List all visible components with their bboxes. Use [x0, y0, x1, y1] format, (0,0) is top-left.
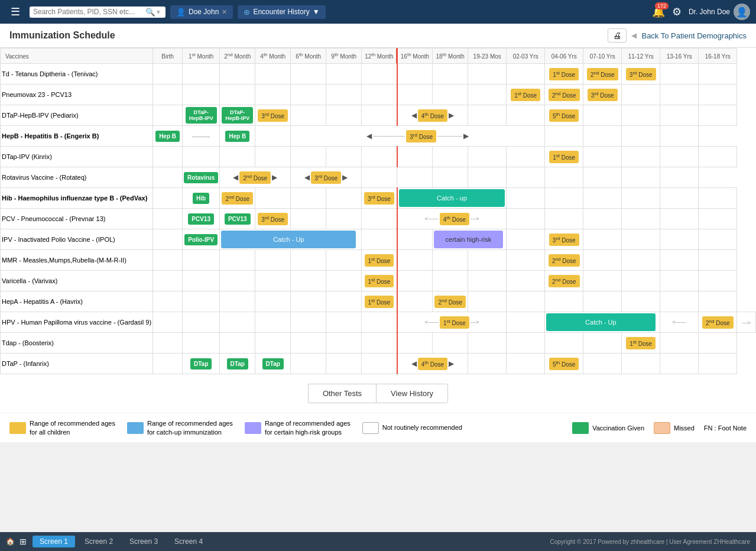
dose-button[interactable]: 5th Dose: [549, 109, 579, 122]
encounter-tab[interactable]: ⊕ Encounter History ▼: [238, 5, 325, 19]
dose-button[interactable]: 2nd Dose: [239, 171, 271, 184]
dose-cell[interactable]: 3rd Dose: [255, 209, 291, 229]
view-history-button[interactable]: View History: [376, 384, 448, 403]
notification-button[interactable]: 🔔 172: [652, 5, 665, 18]
dose-cell[interactable]: 1st Dose: [545, 64, 583, 85]
dose-cell[interactable]: 5th Dose: [545, 354, 583, 374]
dose-button[interactable]: 1st Dose: [440, 316, 469, 329]
right-arrow-icon[interactable]: ▶: [463, 132, 469, 140]
dose-cell-span[interactable]: <------ 1st Dose --->: [397, 312, 507, 333]
dose-cell[interactable]: Rotavirus: [183, 167, 220, 188]
dose-cell[interactable]: 1st Dose: [545, 147, 583, 167]
back-to-demographics-button[interactable]: Back To Patient Demographics: [641, 31, 747, 40]
dose-cell-span[interactable]: ◀ ------------------ 3rd Dose ----------…: [291, 126, 545, 147]
dose-button[interactable]: DTaP-HepB-IPV: [222, 107, 253, 124]
dose-cell[interactable]: DTaP-HepB-IPV: [183, 105, 220, 126]
dose-button[interactable]: 4th Dose: [418, 109, 447, 122]
left-arrow-icon[interactable]: ◀: [366, 132, 372, 140]
dose-cell[interactable]: 1st Dose: [362, 250, 397, 271]
dose-button[interactable]: Hep B: [225, 131, 249, 142]
user-info[interactable]: Dr. John Doe 👤: [689, 4, 750, 20]
dose-button[interactable]: 2nd Dose: [549, 254, 580, 267]
dose-cell[interactable]: 2nd Dose: [433, 291, 468, 312]
dose-cell[interactable]: 1st Dose: [622, 333, 660, 354]
dose-button[interactable]: DTaP-HepB-IPV: [186, 107, 217, 124]
search-input[interactable]: [33, 8, 145, 16]
dose-button[interactable]: 2nd Dose: [549, 275, 580, 287]
dose-button[interactable]: 4th Dose: [418, 358, 447, 370]
dose-button[interactable]: 3rd Dose: [626, 68, 656, 80]
dose-cell[interactable]: Hep B: [153, 126, 183, 147]
dose-button[interactable]: PCV13: [225, 213, 251, 225]
dose-button[interactable]: 5th Dose: [549, 358, 579, 370]
dose-button[interactable]: 1st Dose: [549, 151, 579, 163]
dose-cell[interactable]: 1st Dose: [362, 271, 397, 291]
dose-cell-span[interactable]: certain high-risk: [433, 229, 507, 250]
other-tests-button[interactable]: Other Tests: [308, 384, 376, 403]
dose-button[interactable]: Rotavirus: [184, 172, 218, 183]
dose-cell[interactable]: Hib: [183, 188, 220, 209]
dose-button[interactable]: 3rd Dose: [311, 171, 341, 184]
dose-button[interactable]: 1st Dose: [626, 337, 656, 349]
dose-cell[interactable]: 1st Dose: [507, 85, 545, 105]
dose-cell[interactable]: Polio-IPV: [183, 229, 220, 250]
dose-button[interactable]: DTap: [227, 358, 248, 370]
dose-cell[interactable]: 2nd Dose: [699, 312, 737, 333]
dose-cell[interactable]: 5th Dose: [545, 105, 583, 126]
dose-button[interactable]: Polio-IPV: [184, 234, 218, 245]
dose-button[interactable]: DTap: [190, 358, 212, 370]
dose-cell-span[interactable]: ◀ 3rd Dose ▶: [291, 167, 362, 188]
dose-cell-span[interactable]: Catch - up: [397, 188, 507, 209]
search-button[interactable]: 🔍: [145, 8, 155, 17]
dose-button[interactable]: 2nd Dose: [222, 192, 253, 205]
dose-cell[interactable]: DTap: [220, 354, 255, 374]
dose-cell[interactable]: 3rd Dose: [255, 105, 291, 126]
right-arrow-icon[interactable]: ▶: [342, 173, 348, 181]
dose-button[interactable]: 3rd Dose: [406, 130, 436, 142]
dose-button[interactable]: 3rd Dose: [588, 89, 618, 101]
dose-cell[interactable]: 3rd Dose: [545, 229, 583, 250]
dose-cell[interactable]: 1st Dose: [362, 291, 397, 312]
dose-button[interactable]: 2nd Dose: [702, 316, 734, 329]
dose-cell[interactable]: DTap: [183, 354, 220, 374]
left-arrow-icon[interactable]: ◀: [411, 359, 417, 368]
hamburger-menu-button[interactable]: ☰: [6, 3, 25, 21]
dose-button[interactable]: 3rd Dose: [549, 234, 579, 246]
dose-button[interactable]: 1st Dose: [365, 275, 394, 287]
dose-cell-span[interactable]: <------ 4th Dose --->: [397, 209, 507, 229]
dose-cell[interactable]: DTap: [255, 354, 291, 374]
patient-tab[interactable]: 👤 Doe John ✕: [170, 5, 233, 19]
dose-cell[interactable]: 3rd Dose: [583, 85, 622, 105]
dose-cell[interactable]: 2nd Dose: [545, 250, 583, 271]
dose-button[interactable]: 1st Dose: [549, 68, 579, 80]
left-arrow-icon[interactable]: ◀: [233, 173, 238, 181]
dose-cell[interactable]: 2nd Dose: [545, 85, 583, 105]
dose-button[interactable]: 2nd Dose: [549, 89, 580, 101]
left-arrow-icon[interactable]: ◀: [304, 173, 310, 181]
dose-button[interactable]: DTap: [262, 358, 284, 370]
close-tab-icon[interactable]: ✕: [222, 8, 227, 16]
dose-button[interactable]: 1st Dose: [365, 296, 394, 308]
dose-cell-span[interactable]: Catch - Up: [545, 312, 660, 333]
dose-button[interactable]: 2nd Dose: [434, 296, 466, 308]
dose-cell-span[interactable]: Catch - Up: [220, 229, 362, 250]
dose-cell[interactable]: PCV13: [220, 209, 255, 229]
right-arrow-icon[interactable]: ▶: [272, 173, 277, 181]
dose-button[interactable]: Hep B: [155, 131, 180, 142]
dose-cell[interactable]: Hep B: [220, 126, 255, 147]
dose-button[interactable]: 3rd Dose: [258, 109, 288, 122]
dose-cell[interactable]: 2nd Dose: [220, 188, 255, 209]
dose-cell[interactable]: 2nd Dose: [583, 64, 622, 85]
print-button[interactable]: 🖨: [608, 28, 627, 43]
dose-cell-span[interactable]: ◀ 2nd Dose ▶: [220, 167, 291, 188]
dose-button[interactable]: 4th Dose: [440, 213, 469, 225]
dose-button[interactable]: 1st Dose: [511, 89, 540, 101]
dose-cell-span[interactable]: ◀ 4th Dose ▶: [397, 354, 468, 374]
right-arrow-icon[interactable]: ▶: [449, 359, 454, 368]
dose-button[interactable]: Hib: [193, 193, 209, 204]
search-dropdown-arrow[interactable]: ▼: [155, 9, 161, 15]
dose-button[interactable]: 3rd Dose: [364, 192, 394, 205]
dose-cell[interactable]: DTaP-HepB-IPV: [220, 105, 255, 126]
left-arrow-icon[interactable]: ◀: [411, 111, 417, 119]
dose-cell[interactable]: 2nd Dose: [545, 271, 583, 291]
